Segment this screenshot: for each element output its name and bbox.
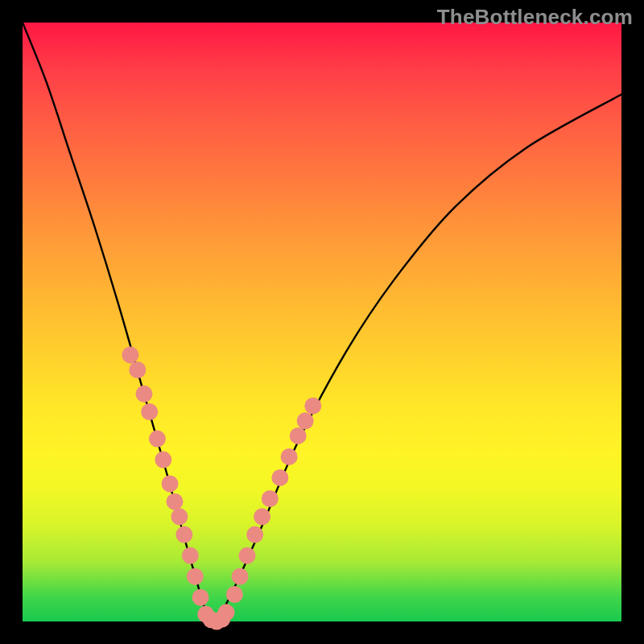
watermark-label: TheBottleneck.com [437, 5, 633, 30]
chart-plot-area [23, 23, 621, 621]
